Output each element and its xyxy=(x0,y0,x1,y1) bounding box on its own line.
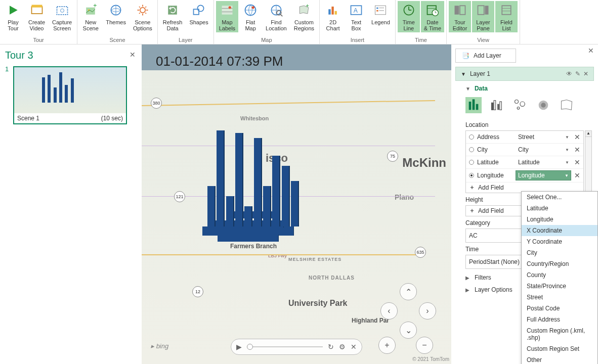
location-label: Location xyxy=(455,118,594,130)
flat-map-icon xyxy=(242,2,259,18)
2d-chart-icon xyxy=(325,2,341,18)
field-type-dropdown[interactable]: Latitude▼ xyxy=(516,158,571,167)
svg-rect-57 xyxy=(469,102,472,110)
viz-stacked-column-button[interactable] xyxy=(465,97,482,113)
radio-button[interactable] xyxy=(469,147,474,152)
layer-header[interactable]: ▼ Layer 1 👁 ✎ ✕ xyxy=(455,67,594,81)
ribbon-group-time: TimeLineDate& TimeTime xyxy=(396,0,447,44)
remove-field-button[interactable]: ✕ xyxy=(574,158,580,166)
close-playback-button[interactable]: ✕ xyxy=(351,343,357,351)
scrollbar[interactable]: ▲ xyxy=(585,130,592,193)
zoom-out-button[interactable]: − xyxy=(416,337,433,354)
dropdown-item[interactable]: Full Address xyxy=(522,314,597,325)
dropdown-item[interactable]: County xyxy=(522,269,597,281)
dropdown-item[interactable]: Y Coordinate xyxy=(522,236,597,247)
time-line-button[interactable]: TimeLine xyxy=(398,1,420,32)
map-labels-button[interactable]: MapLabels xyxy=(216,1,238,32)
remove-field-button[interactable]: ✕ xyxy=(574,171,580,179)
radio-button[interactable] xyxy=(469,160,474,165)
scene-thumbnail[interactable]: Scene 1 (10 sec) xyxy=(13,66,127,124)
ribbon-label: FlatMap xyxy=(245,19,255,31)
dropdown-item[interactable]: Other xyxy=(522,354,597,364)
remove-field-button[interactable]: ✕ xyxy=(574,146,580,154)
ribbon-label: CaptureScreen xyxy=(52,19,72,31)
viz-region-button[interactable] xyxy=(559,97,575,113)
2d-chart-button[interactable]: 2DChart xyxy=(322,1,344,32)
legend-button[interactable]: Legend xyxy=(368,1,393,32)
geography-type-dropdown[interactable]: Select One...LatitudeLongitudeX Coordina… xyxy=(521,191,598,364)
rotate-left-button[interactable]: ‹ xyxy=(380,302,398,320)
viz-bubble-button[interactable] xyxy=(512,97,528,113)
dropdown-item[interactable]: Custom Region Set xyxy=(522,343,597,354)
viz-heatmap-button[interactable] xyxy=(535,97,551,113)
find-location-icon xyxy=(268,2,284,18)
dropdown-item[interactable]: Custom Region (.kml, .shp) xyxy=(522,325,597,343)
field-type-dropdown[interactable]: Longitude▼ xyxy=(516,170,571,180)
themes-button[interactable]: Themes xyxy=(103,1,129,32)
refresh-data-icon xyxy=(164,2,181,18)
text-box-button[interactable]: ATextBox xyxy=(345,1,367,32)
dropdown-item[interactable]: Postal Code xyxy=(522,303,597,314)
playback-slider[interactable] xyxy=(247,346,323,347)
scene-options-button[interactable]: SceneOptions xyxy=(130,1,155,32)
visibility-icon[interactable]: 👁 xyxy=(566,70,572,77)
chevron-right-icon: ▶ xyxy=(465,275,469,281)
flat-map-button[interactable]: FlatMap xyxy=(239,1,262,32)
edit-icon[interactable]: ✎ xyxy=(575,70,580,77)
play-button[interactable]: ▶ xyxy=(236,343,242,351)
shapes-button[interactable]: Shapes xyxy=(186,1,211,32)
ribbon-group-layer: RefreshDataShapesLayer xyxy=(158,0,214,44)
play-tour-icon xyxy=(5,2,21,18)
data-section-header[interactable]: ▼ Data xyxy=(455,81,594,94)
delete-layer-icon[interactable]: ✕ xyxy=(583,70,588,77)
field-type-dropdown[interactable]: Street▼ xyxy=(516,132,571,142)
ribbon-label: 2DChart xyxy=(326,19,340,31)
dropdown-item[interactable]: State/Province xyxy=(522,281,597,292)
tour-close-button[interactable]: ✕ xyxy=(130,51,136,59)
radio-button[interactable] xyxy=(469,134,474,140)
ribbon-label: TextBox xyxy=(351,19,361,31)
dropdown-item[interactable]: Street xyxy=(522,292,597,303)
custom-regions-button[interactable]: +CustomRegions xyxy=(291,1,317,32)
ribbon-label: TimeLine xyxy=(403,19,415,31)
loop-button[interactable]: ↻ xyxy=(328,343,334,351)
tilt-down-button[interactable]: ⌄ xyxy=(400,322,417,339)
dropdown-item[interactable]: X Coordinate xyxy=(522,225,597,236)
remove-field-button[interactable]: ✕ xyxy=(574,133,580,141)
play-tour-button[interactable]: PlayTour xyxy=(2,1,24,32)
map-view[interactable]: 01-01-2014 07:39 PM McKinn University Pa… xyxy=(142,44,451,364)
location-field-row: AddressStreet▼✕ xyxy=(466,131,583,144)
svg-line-16 xyxy=(139,13,140,14)
dropdown-item[interactable]: Select One... xyxy=(522,192,597,203)
viz-clustered-column-button[interactable] xyxy=(489,97,505,113)
layer-pane-button[interactable]: LayerPane xyxy=(472,1,494,32)
field-name-label: Longitude xyxy=(477,172,512,179)
field-type-dropdown[interactable]: City▼ xyxy=(516,145,571,154)
rotate-right-button[interactable]: › xyxy=(419,302,436,320)
date-time-button[interactable]: Date& Time xyxy=(421,1,444,32)
layer-pane-close-button[interactable]: ✕ xyxy=(588,47,594,55)
field-list-button[interactable]: FieldList xyxy=(495,1,518,32)
ribbon-label: CustomRegions xyxy=(294,19,314,31)
radio-button[interactable] xyxy=(469,173,474,178)
dropdown-item[interactable]: City xyxy=(522,247,597,258)
dropdown-item[interactable]: Latitude xyxy=(522,203,597,214)
settings-button[interactable]: ⚙ xyxy=(339,343,346,351)
zoom-in-button[interactable]: + xyxy=(378,337,396,354)
dropdown-item[interactable]: Country/Region xyxy=(522,258,597,269)
svg-rect-32 xyxy=(328,9,330,15)
new-scene-button[interactable]: +NewScene xyxy=(79,1,102,32)
ribbon-group-label: Time xyxy=(415,37,427,44)
add-layer-button[interactable]: 📑 Add Layer xyxy=(455,49,516,63)
scene-options-icon xyxy=(135,2,151,18)
map-city-label: McKinn xyxy=(402,156,446,170)
find-location-button[interactable]: FindLocation xyxy=(263,1,290,32)
create-video-button[interactable]: CreateVideo xyxy=(25,1,48,32)
svg-point-68 xyxy=(541,103,545,107)
tilt-up-button[interactable]: ⌃ xyxy=(400,283,417,300)
tour-editor-button[interactable]: TourEditor xyxy=(449,1,471,32)
chevron-right-icon: ▶ xyxy=(465,287,469,293)
capture-screen-button[interactable]: CaptureScreen xyxy=(49,1,75,32)
dropdown-item[interactable]: Longitude xyxy=(522,214,597,225)
refresh-data-button[interactable]: RefreshData xyxy=(160,1,186,32)
